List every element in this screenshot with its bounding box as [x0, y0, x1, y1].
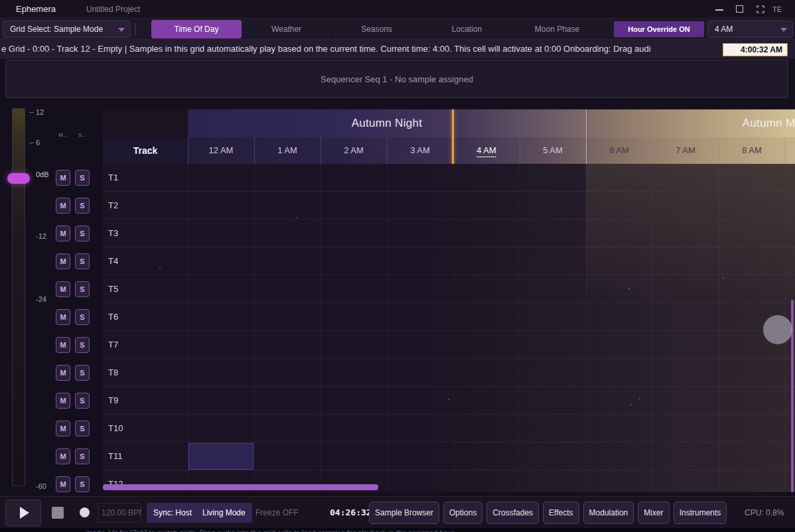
tab-weather[interactable]: Weather: [242, 19, 332, 40]
hour-header-5am[interactable]: 5 AM: [520, 137, 586, 164]
scroll-handle-circle[interactable]: [763, 315, 792, 344]
mute-button-t8[interactable]: M: [56, 365, 70, 381]
panel-nav-buttons: Sample Browser Options Crossfades Effect…: [369, 501, 727, 524]
solo-button-t2[interactable]: S: [75, 198, 90, 214]
meter-tick: [29, 143, 34, 143]
volume-meter[interactable]: [12, 108, 25, 486]
hour-override-button[interactable]: Hour Override ON: [614, 21, 704, 37]
hour-header-3am[interactable]: 3 AM: [387, 137, 453, 164]
tab-time-of-day[interactable]: Time Of Day: [151, 20, 242, 38]
mute-button-t4[interactable]: M: [56, 253, 70, 269]
hour-select-dropdown[interactable]: 4 AM: [707, 21, 793, 38]
living-mode-button[interactable]: Living Mode: [196, 503, 252, 523]
solo-button-t8[interactable]: S: [75, 365, 90, 381]
time-of-day-grid: Autumn Night Autumn Morning 12 AM 1 AM 2…: [103, 108, 795, 492]
mute-button-t11[interactable]: M: [56, 448, 70, 464]
mute-button-t9[interactable]: M: [56, 393, 70, 409]
tab-moon-phase[interactable]: Moon Phase: [512, 19, 603, 40]
effects-button[interactable]: Effects: [543, 501, 579, 524]
minimize-icon: [715, 9, 723, 11]
track-label-t11[interactable]: T11: [108, 442, 122, 470]
transport-time-display: 04:26:32: [330, 503, 372, 523]
sequencer-panel[interactable]: Sequencer Seq 1 - No sample assigned: [5, 60, 788, 98]
tab-seasons[interactable]: Seasons: [332, 19, 422, 40]
mute-button-t7[interactable]: M: [56, 337, 70, 353]
track-label-t7[interactable]: T7: [108, 331, 118, 359]
hour-header-4am-current[interactable]: 4 AM: [453, 137, 520, 164]
solo-button-t12[interactable]: S: [75, 476, 90, 492]
status-bar: e Grid - 0:00 - Track 12 - Empty | Sampl…: [0, 40, 795, 58]
solo-button-t9[interactable]: S: [75, 393, 90, 409]
track-label-t10[interactable]: T10: [108, 415, 123, 442]
solo-button-t7[interactable]: S: [75, 337, 90, 353]
play-icon: [20, 507, 29, 519]
fullscreen-button[interactable]: [753, 0, 768, 19]
hour-header-8am[interactable]: 8 AM: [719, 137, 785, 164]
maximize-button[interactable]: [732, 0, 748, 19]
solo-button-t6[interactable]: S: [75, 309, 90, 325]
solo-button-t11[interactable]: S: [75, 448, 90, 464]
record-button[interactable]: [80, 507, 90, 517]
track-label-t8[interactable]: T8: [108, 359, 118, 387]
mute-button-t1[interactable]: M: [56, 170, 70, 186]
track-label-t2[interactable]: T2: [108, 192, 118, 220]
track-label-t5[interactable]: T5: [108, 275, 118, 303]
mute-button-t12[interactable]: M: [56, 476, 70, 492]
mute-button-t2[interactable]: M: [56, 198, 70, 214]
minimize-button[interactable]: [711, 0, 727, 19]
bpm-display[interactable]: 120.00 BPM: [98, 503, 141, 523]
solo-button-t5[interactable]: S: [75, 281, 90, 297]
volume-handle[interactable]: [7, 173, 30, 184]
crossfades-button[interactable]: Crossfades: [486, 501, 539, 524]
track-label-t4[interactable]: T4: [108, 247, 118, 275]
sync-host-button[interactable]: Sync: Host: [147, 503, 198, 523]
grid-mode-tabs: Time Of Day Weather Seasons Location Moo…: [151, 19, 603, 40]
track-label-t9[interactable]: T9: [108, 387, 118, 415]
titlebar: Ephemera Untitled Project TE: [0, 0, 795, 19]
sample-browser-button[interactable]: Sample Browser: [369, 501, 439, 524]
hour-header-7am[interactable]: 7 AM: [652, 137, 719, 164]
footer-hint-text: mode. Hit for "Tab" to switch grids. Dra…: [86, 528, 456, 532]
play-button[interactable]: [5, 499, 41, 526]
solo-button-t3[interactable]: S: [75, 226, 90, 241]
solo-button-t1[interactable]: S: [75, 170, 90, 186]
titlebar-overflow-button[interactable]: TE: [772, 0, 782, 19]
hour-header-6am[interactable]: 6 AM: [586, 137, 652, 164]
db-label: -24: [36, 295, 46, 304]
selected-cell-t11-12am[interactable]: [188, 443, 253, 470]
solo-button-t4[interactable]: S: [75, 253, 90, 269]
app-window: Ephemera Untitled Project TE Grid Select…: [0, 0, 795, 532]
current-time-line: [452, 109, 454, 165]
stop-button[interactable]: [52, 507, 64, 519]
mute-button-t10[interactable]: M: [56, 421, 70, 436]
hour-select-value: 4 AM: [715, 25, 733, 34]
hour-header-12am[interactable]: 12 AM: [188, 137, 254, 164]
solo-button-t10[interactable]: S: [75, 421, 90, 436]
project-name: Untitled Project: [86, 0, 140, 19]
tab-location[interactable]: Location: [422, 19, 512, 40]
freeze-toggle[interactable]: Freeze OFF: [255, 503, 299, 523]
mute-button-t5[interactable]: M: [56, 281, 70, 297]
track-label-t6[interactable]: T6: [108, 303, 118, 331]
star-dot: [639, 398, 640, 399]
grid-body[interactable]: T1 T2 T3 T4 T5 T6 T7 T8 T9 T10 T11 T12: [103, 164, 795, 492]
mute-button-t6[interactable]: M: [56, 309, 70, 325]
track-label-t3[interactable]: T3: [108, 220, 118, 247]
grid-select-dropdown[interactable]: Grid Select: Sample Mode: [3, 21, 131, 38]
db-label: 6: [36, 138, 40, 147]
db-label: 0dB: [36, 170, 49, 179]
modulation-button[interactable]: Modulation: [583, 501, 634, 524]
mixer-button[interactable]: Mixer: [638, 501, 669, 524]
options-button[interactable]: Options: [443, 501, 482, 524]
star-dot: [297, 217, 298, 218]
mode-bar: Grid Select: Sample Mode Time Of Day Wea…: [0, 19, 795, 40]
column-gridlines: [188, 164, 795, 492]
instruments-button[interactable]: Instruments: [674, 501, 727, 524]
horizontal-scrollbar[interactable]: [103, 484, 378, 490]
hour-header-row: 12 AM 1 AM 2 AM 3 AM 4 AM 5 AM 6 AM 7 AM…: [188, 137, 795, 164]
mute-button-t3[interactable]: M: [56, 226, 70, 241]
track-label-t1[interactable]: T1: [108, 164, 118, 192]
hour-header-2am[interactable]: 2 AM: [321, 137, 387, 164]
divider: [135, 23, 136, 35]
hour-header-1am[interactable]: 1 AM: [254, 137, 321, 164]
